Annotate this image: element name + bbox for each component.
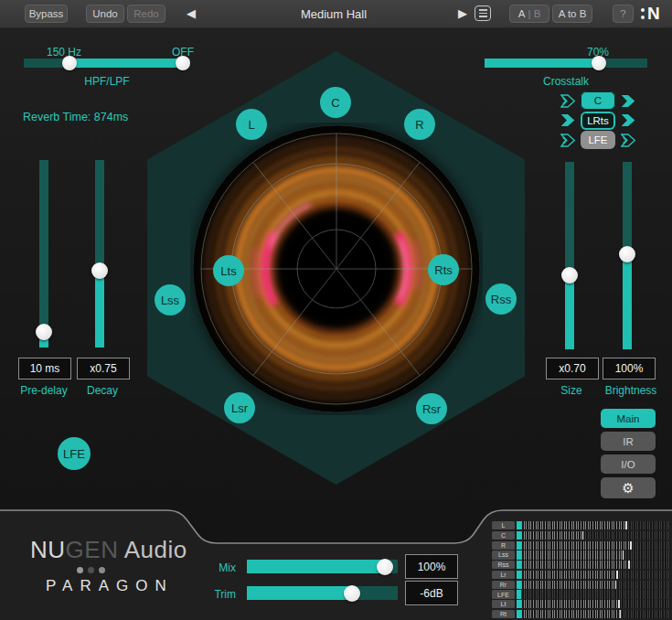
tab-ir[interactable]: IR	[601, 432, 656, 451]
size-value[interactable]: x0.70	[546, 358, 599, 379]
mix-slider[interactable]	[247, 560, 398, 573]
meter-channel-label: LFE	[492, 590, 515, 598]
meter-peak-marker	[582, 531, 584, 540]
size-handle[interactable]	[561, 267, 578, 283]
routing-button-lfe[interactable]: LFE	[581, 131, 615, 149]
preset-name[interactable]: Medium Hall	[274, 7, 393, 21]
a-to-b-button[interactable]: A to B	[552, 5, 592, 23]
trim-slider[interactable]	[247, 586, 398, 600]
settings-gear-button[interactable]: ⚙	[601, 477, 656, 498]
decay-slider[interactable]	[95, 160, 104, 347]
meter-bar	[517, 541, 670, 550]
meter-bar	[517, 581, 670, 589]
titlebar: Bypass Undo Redo ◀ Medium Hall ▶ A | B A…	[0, 0, 672, 28]
chevron-right-outline-icon[interactable]	[621, 134, 635, 147]
meter-peak-marker	[620, 610, 622, 618]
channel-button-lss[interactable]: Lss	[155, 284, 186, 315]
pre-delay-value[interactable]: 10 ms	[18, 358, 71, 379]
ab-b-label: B	[534, 8, 541, 19]
trim-handle[interactable]	[344, 585, 360, 602]
undo-button[interactable]: Undo	[86, 5, 124, 23]
ab-a-label: A	[518, 8, 526, 19]
meter-bar	[517, 531, 670, 540]
redo-button[interactable]: Redo	[127, 5, 165, 23]
meter-peak-marker	[616, 571, 618, 579]
brightness-value[interactable]: 100%	[603, 358, 656, 379]
channel-button-r[interactable]: R	[404, 109, 435, 140]
logo-dots-icon	[77, 567, 105, 573]
mix-label: Mix	[210, 561, 236, 574]
meter-row: Lt	[492, 600, 670, 608]
chevron-left-outline-icon[interactable]	[560, 94, 575, 108]
decay-handle[interactable]	[91, 262, 108, 279]
routing-row-lfe: LFE	[560, 131, 635, 149]
output-meters: LCRLssRssLrRrLFELtRt	[492, 521, 670, 618]
channel-button-lts[interactable]: Lts	[213, 255, 244, 286]
meter-channel-label: Lr	[492, 571, 515, 579]
crosstalk-slider[interactable]	[485, 59, 647, 68]
meter-channel-label: Lt	[492, 600, 515, 608]
meter-channel-label: R	[492, 541, 515, 550]
hpf-lpf-label: HPF/LPF	[70, 75, 144, 88]
channel-button-lsr[interactable]: Lsr	[224, 392, 255, 423]
chevron-left-solid-icon[interactable]	[560, 113, 575, 127]
routing-button-lrts[interactable]: LRts	[581, 112, 615, 130]
preset-prev-button[interactable]: ◀	[187, 6, 196, 20]
channel-button-rsr[interactable]: Rsr	[416, 393, 447, 424]
size-slider[interactable]	[565, 162, 574, 349]
nugen-audio-logo: NUGEN Audio	[30, 536, 187, 564]
meter-bar	[517, 610, 670, 618]
meter-row: Rss	[492, 561, 670, 569]
crosstalk-handle[interactable]	[592, 56, 606, 70]
mix-value[interactable]: 100%	[405, 554, 458, 579]
chevron-right-solid-icon[interactable]	[621, 113, 635, 127]
pre-delay-slider[interactable]	[39, 160, 48, 347]
meter-bar	[517, 600, 670, 608]
hpf-lpf-slider[interactable]	[24, 59, 190, 68]
meter-channel-label: C	[492, 531, 515, 540]
meter-bar	[517, 571, 670, 579]
lpf-handle[interactable]	[176, 56, 190, 70]
meter-channel-label: Rr	[492, 581, 515, 589]
channel-button-c[interactable]: C	[320, 87, 351, 118]
routing-row-c: C	[560, 91, 635, 110]
ab-compare-button[interactable]: A | B	[509, 5, 549, 23]
product-name: PARAGON	[46, 577, 174, 595]
pre-delay-handle[interactable]	[36, 324, 52, 340]
bypass-button[interactable]: Bypass	[25, 5, 68, 23]
trim-value[interactable]: -6dB	[405, 581, 458, 605]
mix-handle[interactable]	[377, 559, 393, 575]
hpf-handle[interactable]	[62, 56, 77, 70]
brightness-slider[interactable]	[623, 162, 632, 349]
meter-channel-label: Rss	[492, 561, 515, 569]
pre-delay-label: Pre-delay	[13, 384, 75, 397]
tab-io[interactable]: I/O	[601, 454, 656, 474]
reverb-time-readout: Reverb Time: 874ms	[23, 111, 169, 123]
brightness-handle[interactable]	[619, 246, 635, 262]
preset-next-button[interactable]: ▶	[458, 6, 467, 20]
routing-row-lrts: LRts	[560, 112, 635, 130]
channel-button-rts[interactable]: Rts	[428, 254, 459, 285]
meter-row: Lss	[492, 551, 670, 559]
decay-label: Decay	[77, 384, 128, 397]
meter-channel-label: Rt	[492, 610, 515, 618]
meter-peak-marker	[630, 541, 632, 550]
channel-button-l[interactable]: L	[236, 109, 267, 140]
tab-main[interactable]: Main	[601, 409, 656, 428]
chevron-left-outline-icon[interactable]	[560, 134, 575, 147]
channel-button-rss[interactable]: Rss	[485, 283, 517, 315]
decay-value[interactable]: x0.75	[77, 358, 130, 379]
chevron-right-solid-icon[interactable]	[621, 94, 635, 108]
meter-peak-marker	[623, 551, 624, 559]
help-button[interactable]: ?	[613, 5, 634, 23]
meter-row: LFE	[492, 590, 670, 598]
routing-button-c[interactable]: C	[581, 91, 615, 110]
nugen-brand-logo: N	[641, 4, 660, 24]
preset-menu-icon[interactable]	[475, 5, 491, 21]
brightness-label: Brightness	[594, 384, 667, 397]
meter-row: R	[492, 541, 670, 550]
channel-button-lfe[interactable]: LFE	[58, 437, 91, 470]
gear-icon: ⚙	[622, 480, 634, 497]
meter-peak-marker	[615, 581, 617, 589]
meter-bar	[517, 590, 670, 598]
